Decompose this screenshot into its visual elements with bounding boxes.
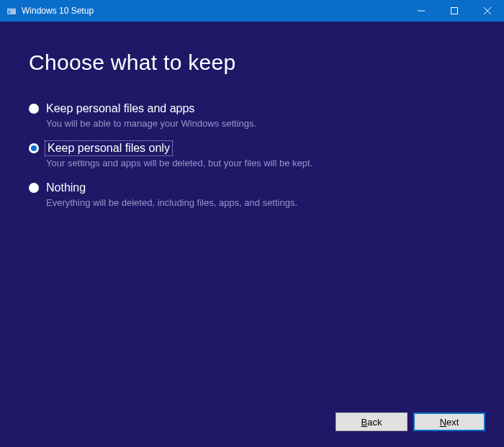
option-label: Nothing [46,181,86,194]
option-description: Your settings and apps will be deleted, … [46,158,475,168]
maximize-button[interactable] [438,0,471,22]
next-button-mnemonic: N [440,417,446,428]
svg-rect-1 [7,8,16,9]
option-label: Keep personal files only [46,142,171,155]
svg-rect-5 [451,8,458,14]
footer-buttons: Back Next [336,412,485,431]
option-keep-files-only[interactable]: Keep personal files only Your settings a… [29,142,475,168]
back-button[interactable]: Back [336,412,408,431]
radio-icon [29,183,39,193]
option-row: Keep personal files only [29,142,475,155]
radio-icon [29,104,39,114]
app-icon [6,5,17,17]
next-button[interactable]: Next [413,412,485,431]
minimize-button[interactable] [405,0,438,22]
option-row: Keep personal files and apps [29,102,475,115]
back-button-mnemonic: B [361,417,368,428]
next-button-rest: ext [446,417,459,428]
radio-icon [29,143,39,153]
option-description: You will be able to manage your Windows … [46,118,475,129]
option-nothing[interactable]: Nothing Everything will be deleted, incl… [29,181,475,208]
svg-rect-3 [9,11,10,12]
options-group: Keep personal files and apps You will be… [29,102,475,208]
option-description: Everything will be deleted, including fi… [46,197,475,208]
page-title: Choose what to keep [29,50,475,75]
close-button[interactable] [471,0,504,22]
option-keep-files-apps[interactable]: Keep personal files and apps You will be… [29,102,475,129]
option-row: Nothing [29,181,475,194]
content-area: Choose what to keep Keep personal files … [0,22,504,447]
titlebar: Windows 10 Setup [0,0,504,22]
option-label: Keep personal files and apps [46,102,194,115]
back-button-rest: ack [367,417,382,428]
window-title: Windows 10 Setup [22,6,94,16]
